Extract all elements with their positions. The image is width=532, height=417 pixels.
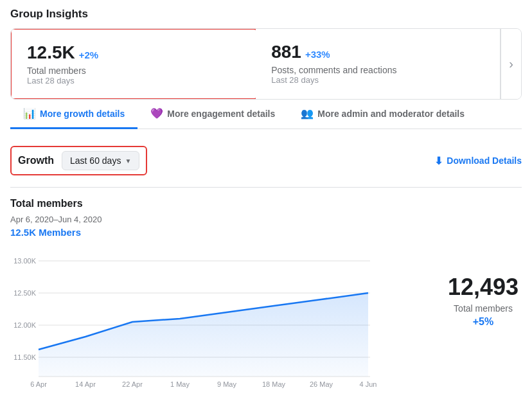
chart-container: 13.00K 12.50K 12.00K 11.50K (10, 248, 429, 391)
tab-growth-label: More growth details (40, 109, 125, 119)
tab-engagement[interactable]: 💜 More engagement details (137, 100, 288, 129)
engagement-label: Posts, comments and reactions (271, 65, 484, 75)
svg-text:13.00K: 13.00K (13, 257, 37, 265)
svg-text:14 Apr: 14 Apr (75, 380, 96, 388)
growth-header-row: Growth Last 60 days ▼ ⬇ Download Details (10, 139, 522, 182)
members-sublabel: Last 28 days (27, 76, 240, 85)
engagement-change: +33% (305, 49, 330, 60)
members-highlight: 12.5K Members (10, 227, 522, 238)
tab-admin-label: More admin and moderator details (317, 109, 465, 119)
page-title: Group Insights (10, 8, 522, 21)
tab-admin[interactable]: 👥 More admin and moderator details (288, 100, 477, 129)
engagement-value-row: 881 +33% (271, 42, 484, 62)
total-members-section: Total members Apr 6, 2020–Jun 4, 2020 12… (10, 187, 522, 391)
tab-growth[interactable]: 📊 More growth details (10, 100, 137, 129)
tabs-row: 📊 More growth details 💜 More engagement … (10, 100, 522, 129)
svg-text:22 Apr: 22 Apr (122, 380, 143, 388)
download-button[interactable]: ⬇ Download Details (434, 155, 522, 167)
stats-nav-arrow[interactable]: › (501, 29, 521, 99)
members-change: +2% (79, 49, 98, 60)
chart-stats: 12,493 Total members +5% (445, 248, 522, 328)
engagement-sublabel: Last 28 days (271, 75, 484, 85)
date-range: Apr 6, 2020–Jun 4, 2020 (10, 215, 522, 224)
chart-wrapper: 13.00K 12.50K 12.00K 11.50K (10, 248, 522, 391)
total-members-title: Total members (10, 198, 522, 209)
download-label: Download Details (447, 155, 522, 166)
chart-total-number: 12,493 (448, 274, 519, 301)
growth-section: Growth Last 60 days ▼ ⬇ Download Details… (10, 139, 522, 391)
page-container: Group Insights 12.5K +2% Total members L… (0, 0, 532, 399)
chevron-right-icon: › (509, 57, 513, 71)
tab-engagement-label: More engagement details (167, 109, 275, 119)
growth-label: Growth (18, 155, 54, 166)
members-value: 12.5K (27, 42, 75, 63)
members-card: 12.5K +2% Total members Last 28 days (10, 28, 256, 100)
chart-svg: 13.00K 12.50K 12.00K 11.50K (10, 248, 383, 389)
svg-text:18 May: 18 May (262, 380, 286, 388)
period-dropdown[interactable]: Last 60 days ▼ (62, 151, 139, 170)
download-icon: ⬇ (434, 155, 443, 167)
svg-text:6 Apr: 6 Apr (30, 380, 47, 388)
stats-row: 12.5K +2% Total members Last 28 days 881… (10, 28, 522, 100)
engagement-value: 881 (271, 42, 301, 62)
members-value-row: 12.5K +2% (27, 42, 240, 63)
chart-total-label: Total members (454, 303, 513, 314)
svg-text:12.00K: 12.00K (13, 321, 37, 329)
svg-text:4 Jun: 4 Jun (360, 380, 377, 388)
chart-total-change: +5% (473, 316, 493, 328)
period-label: Last 60 days (70, 155, 121, 166)
svg-text:26 May: 26 May (310, 380, 333, 388)
svg-text:9 May: 9 May (217, 380, 236, 388)
admin-tab-icon: 👥 (301, 107, 314, 120)
svg-text:11.50K: 11.50K (13, 353, 37, 361)
svg-text:1 May: 1 May (170, 380, 190, 388)
dropdown-arrow-icon: ▼ (125, 157, 131, 164)
engagement-card: 881 +33% Posts, comments and reactions L… (256, 29, 501, 99)
chart-area (39, 293, 368, 377)
growth-controls-box: Growth Last 60 days ▼ (10, 146, 147, 175)
svg-text:12.50K: 12.50K (13, 289, 37, 297)
engagement-tab-icon: 💜 (150, 107, 163, 120)
growth-tab-icon: 📊 (23, 107, 36, 120)
members-label: Total members (27, 66, 240, 76)
